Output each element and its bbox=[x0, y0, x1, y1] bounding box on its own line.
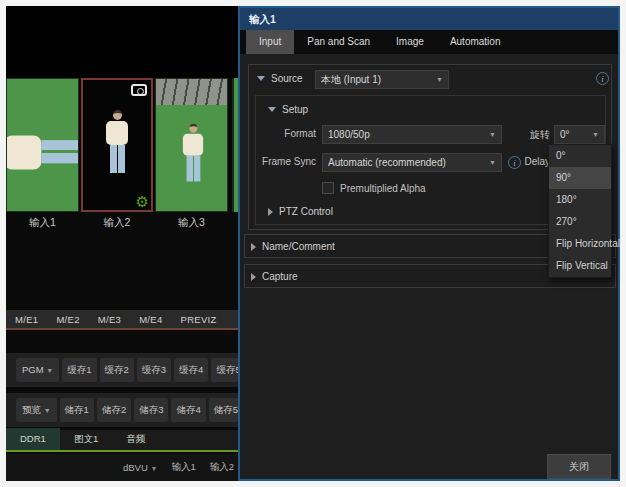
triangle-closed-icon bbox=[251, 273, 256, 281]
tab-me1[interactable]: M/E1 bbox=[6, 314, 47, 325]
program-monitor bbox=[6, 6, 238, 78]
audio-status-bar: dBVU ▼ 输入1 输入2 bbox=[6, 454, 238, 481]
input2-monitor-selected[interactable]: ⚙ bbox=[81, 78, 153, 212]
chevron-down-icon: ▼ bbox=[489, 154, 496, 171]
premultiplied-alpha-label: Premultiplied Alpha bbox=[340, 183, 450, 194]
pvw-buffer1-button[interactable]: 储存1 bbox=[60, 398, 94, 422]
pvw-buffer3-button[interactable]: 储存3 bbox=[134, 398, 168, 422]
pvw-buffer4-button[interactable]: 储存4 bbox=[171, 398, 205, 422]
triangle-closed-icon bbox=[251, 243, 256, 251]
pgm-buffer1-button[interactable]: 缓存1 bbox=[62, 358, 96, 382]
delay-label: Delay bbox=[522, 156, 550, 167]
rotate-label: 旋转 bbox=[524, 128, 550, 142]
premultiplied-alpha-checkbox[interactable] bbox=[322, 182, 334, 194]
chevron-down-icon: ▼ bbox=[150, 465, 157, 472]
frame-sync-select[interactable]: Automatic (recommended)▼ bbox=[322, 153, 502, 172]
meter-input2-label: 输入2 bbox=[210, 461, 234, 474]
pgm-buffer3-button[interactable]: 缓存3 bbox=[137, 358, 171, 382]
tab-ddr1[interactable]: DDR1 bbox=[6, 428, 60, 450]
chevron-down-icon: ▼ bbox=[46, 367, 53, 374]
rotate-option-flip-horizontal[interactable]: Flip Horizontal bbox=[549, 233, 611, 255]
person-figure bbox=[6, 135, 79, 169]
ptz-control-header[interactable]: PTZ Control bbox=[268, 206, 333, 217]
chevron-down-icon: ▼ bbox=[44, 407, 51, 414]
program-bus-row: PGM ▼ 缓存1 缓存2 缓存3 缓存4 缓存5 缓存6 缓存7 bbox=[6, 353, 238, 387]
switcher-panel: ⚙ 输入1 输入2 输入3 M/E1 M/E2 M/E3 M/E4 PREVI bbox=[6, 6, 238, 481]
frame-sync-info-icon[interactable]: i bbox=[508, 156, 521, 169]
input3-monitor[interactable] bbox=[155, 78, 228, 212]
source-section-header[interactable]: Source bbox=[257, 73, 303, 84]
rotate-option-180[interactable]: 180° bbox=[549, 189, 611, 211]
frame-sync-label: Frame Sync bbox=[258, 156, 316, 167]
person-figure bbox=[183, 124, 203, 182]
chevron-down-icon: ▼ bbox=[592, 126, 599, 143]
rotate-option-0[interactable]: 0° bbox=[549, 145, 611, 167]
input1-settings-dialog: 输入1 Input Pan and Scan Image Automation … bbox=[238, 6, 620, 481]
studio-ceiling bbox=[156, 79, 227, 105]
screenshot-stage: ⚙ 输入1 输入2 输入3 M/E1 M/E2 M/E3 M/E4 PREVI bbox=[0, 0, 626, 487]
pvw-buffer5-button[interactable]: 储存5 bbox=[209, 398, 238, 422]
chevron-down-icon: ▼ bbox=[489, 126, 496, 143]
input3-label: 输入3 bbox=[155, 215, 228, 230]
tab-gfx1[interactable]: 图文1 bbox=[60, 428, 112, 450]
preview-bus-row: 预览 ▼ 储存1 储存2 储存3 储存4 储存5 储存6 储存7 bbox=[6, 393, 238, 427]
person-figure bbox=[106, 110, 128, 173]
tab-me3[interactable]: M/E3 bbox=[89, 314, 130, 325]
camera-icon[interactable] bbox=[131, 84, 147, 96]
pgm-buffer2-button[interactable]: 缓存2 bbox=[100, 358, 134, 382]
rotate-select[interactable]: 0°▼ bbox=[554, 125, 605, 144]
source-info-icon[interactable]: i bbox=[596, 72, 609, 85]
tab-pan-and-scan[interactable]: Pan and Scan bbox=[294, 30, 383, 54]
rotate-dropdown-menu: 0° 90° 180° 270° Flip Horizontal Flip Ve… bbox=[548, 144, 612, 278]
close-button[interactable]: 关闭 bbox=[547, 454, 611, 479]
tab-me4[interactable]: M/E4 bbox=[130, 314, 171, 325]
triangle-open-icon bbox=[257, 76, 265, 81]
capture-header[interactable]: Capture bbox=[251, 271, 298, 282]
name-comment-header[interactable]: Name/Comment bbox=[251, 241, 335, 252]
meter-input1-label: 输入1 bbox=[171, 461, 195, 474]
tab-image[interactable]: Image bbox=[383, 30, 437, 54]
input2-label: 输入2 bbox=[81, 215, 153, 230]
rotate-option-90[interactable]: 90° bbox=[549, 167, 611, 189]
dialog-title[interactable]: 输入1 bbox=[240, 8, 618, 30]
triangle-open-icon bbox=[268, 107, 276, 112]
meter-mode-selector[interactable]: dBVU ▼ bbox=[123, 462, 157, 473]
input-monitor-row: ⚙ 输入1 输入2 输入3 bbox=[6, 78, 238, 230]
tab-me2[interactable]: M/E2 bbox=[47, 314, 88, 325]
media-tab-strip: DDR1 图文1 音频 bbox=[6, 430, 238, 452]
input1-label: 输入1 bbox=[6, 215, 79, 230]
format-label: Format bbox=[266, 128, 316, 139]
rotate-option-flip-vertical[interactable]: Flip Vertical bbox=[549, 255, 611, 277]
pgm-buffer5-button[interactable]: 缓存5 bbox=[211, 358, 238, 382]
format-select[interactable]: 1080/50p▼ bbox=[322, 125, 502, 144]
triangle-closed-icon bbox=[268, 208, 273, 216]
pgm-bus-selector[interactable]: PGM ▼ bbox=[16, 358, 59, 382]
source-select[interactable]: 本地 (Input 1)▼ bbox=[315, 70, 449, 89]
app-window: ⚙ 输入1 输入2 输入3 M/E1 M/E2 M/E3 M/E4 PREVI bbox=[6, 6, 620, 481]
pvw-buffer2-button[interactable]: 储存2 bbox=[97, 398, 131, 422]
tab-audio[interactable]: 音频 bbox=[112, 428, 159, 450]
chevron-down-icon: ▼ bbox=[436, 71, 443, 88]
tab-input[interactable]: Input bbox=[246, 30, 294, 54]
dialog-tab-bar: Input Pan and Scan Image Automation bbox=[240, 30, 618, 54]
rotate-option-270[interactable]: 270° bbox=[549, 211, 611, 233]
input1-monitor[interactable] bbox=[6, 78, 79, 212]
tab-automation[interactable]: Automation bbox=[437, 30, 514, 54]
preview-bus-selector[interactable]: 预览 ▼ bbox=[16, 398, 57, 422]
tab-previz[interactable]: PREVIZ bbox=[172, 314, 226, 325]
pgm-buffer4-button[interactable]: 缓存4 bbox=[174, 358, 208, 382]
gear-icon[interactable]: ⚙ bbox=[136, 194, 149, 209]
setup-section-header[interactable]: Setup bbox=[268, 104, 308, 115]
me-tab-strip: M/E1 M/E2 M/E3 M/E4 PREVIZ bbox=[6, 310, 238, 330]
